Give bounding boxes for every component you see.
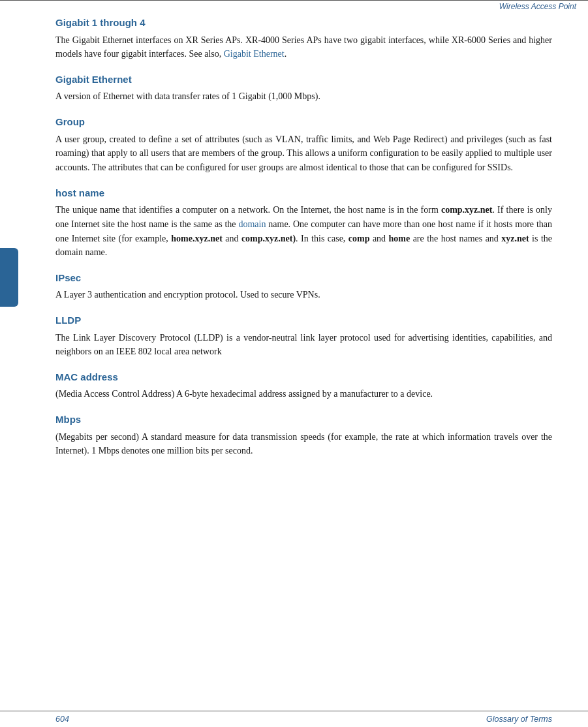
- footer-section-title: Glossary of Terms: [486, 715, 552, 724]
- heading-host-name: host name: [55, 187, 552, 200]
- section-gigabit-1-through-4: Gigabit 1 through 4 The Gigabit Ethernet…: [55, 16, 552, 61]
- heading-gigabit-1-through-4: Gigabit 1 through 4: [55, 16, 552, 29]
- heading-mbps: Mbps: [55, 413, 552, 426]
- body-lldp: The Link Layer Discovery Protocol (LLDP)…: [55, 331, 552, 359]
- bold-comp: comp: [348, 234, 370, 243]
- body-gigabit-ethernet: A version of Ethernet with data transfer…: [55, 89, 552, 104]
- section-group: Group A user group, created to define a …: [55, 116, 552, 175]
- heading-group: Group: [55, 116, 552, 129]
- decorative-tab: [0, 248, 18, 307]
- section-ipsec: IPsec A Layer 3 authentication and encry…: [55, 271, 552, 302]
- bold-comp-xyz2: comp.xyz.net): [241, 234, 296, 243]
- section-gigabit-ethernet: Gigabit Ethernet A version of Ethernet w…: [55, 73, 552, 104]
- heading-gigabit-ethernet: Gigabit Ethernet: [55, 73, 552, 86]
- footer-page-number: 604: [55, 715, 69, 724]
- section-host-name: host name The unique name that identifie…: [55, 187, 552, 260]
- body-mbps: (Megabits per second) A standard measure…: [55, 430, 552, 458]
- body-gigabit-1-through-4: The Gigabit Ethernet interfaces on XR Se…: [55, 33, 552, 61]
- bold-comp-xyz-net: comp.xyz.net: [441, 205, 493, 215]
- main-content: Gigabit 1 through 4 The Gigabit Ethernet…: [0, 14, 588, 711]
- page-header: Wireless Access Point: [0, 1, 588, 14]
- header-title: Wireless Access Point: [499, 2, 576, 11]
- gigabit-ethernet-link[interactable]: Gigabit Ethernet: [224, 49, 285, 59]
- heading-lldp: LLDP: [55, 314, 552, 327]
- page-container: Wireless Access Point Gigabit 1 through …: [0, 0, 588, 727]
- bold-home: home: [389, 234, 410, 243]
- bold-home-xyz: home.xyz.net: [171, 234, 223, 243]
- body-host-name: The unique name that identifies a comput…: [55, 203, 552, 260]
- body-mac-address: (Media Access Control Address) A 6-byte …: [55, 387, 552, 401]
- body-ipsec: A Layer 3 authentication and encryption …: [55, 288, 552, 302]
- heading-ipsec: IPsec: [55, 271, 552, 285]
- section-mbps: Mbps (Megabits per second) A standard me…: [55, 413, 552, 458]
- section-mac-address: MAC address (Media Access Control Addres…: [55, 371, 552, 401]
- page-footer: 604 Glossary of Terms: [0, 711, 588, 727]
- section-lldp: LLDP The Link Layer Discovery Protocol (…: [55, 314, 552, 359]
- body-group: A user group, created to define a set of…: [55, 132, 552, 175]
- bold-xyz-net: xyz.net: [501, 234, 529, 243]
- heading-mac-address: MAC address: [55, 371, 552, 384]
- domain-link[interactable]: domain: [238, 219, 266, 229]
